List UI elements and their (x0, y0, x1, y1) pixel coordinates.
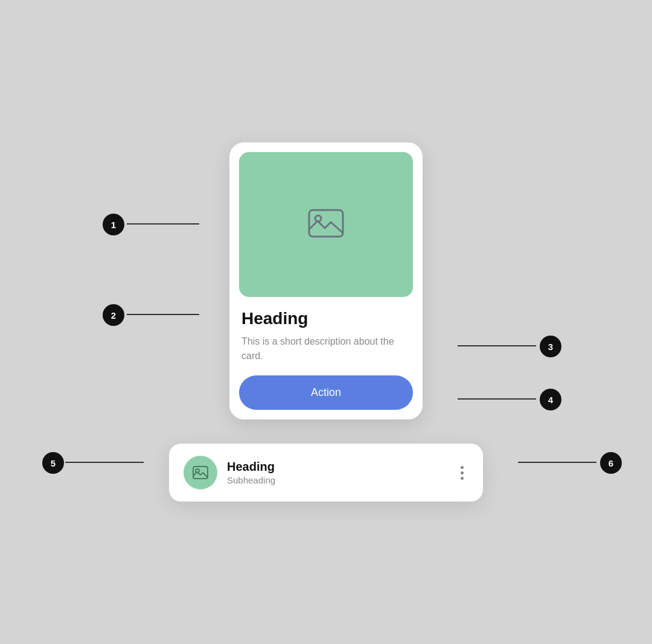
annotation-2: 2 (103, 304, 124, 326)
action-button[interactable]: Action (239, 375, 413, 410)
main-card: Heading This is a short description abou… (229, 142, 423, 419)
annotation-3: 3 (540, 336, 561, 357)
svg-rect-2 (193, 467, 208, 479)
annotation-5: 5 (42, 452, 64, 474)
dot-3 (461, 477, 464, 480)
annotation-4: 4 (540, 389, 561, 410)
card2-wrapper: 5 6 Heading Subheading (169, 444, 483, 502)
dot-2 (461, 471, 464, 474)
more-options-button[interactable] (456, 461, 468, 485)
annotation-line-4 (458, 398, 536, 400)
dot-1 (461, 466, 464, 469)
annotation-1: 1 (103, 214, 124, 235)
list-card-avatar (184, 456, 217, 489)
annotation-line-5 (65, 462, 144, 463)
list-card: Heading Subheading (169, 444, 483, 502)
annotation-line-1 (127, 223, 199, 225)
list-card-text: Heading Subheading (227, 460, 446, 485)
card-heading: Heading (239, 309, 413, 328)
annotation-line-2 (127, 314, 199, 315)
card1-wrapper: 1 2 3 4 Heading This is a short descrip (229, 142, 423, 419)
list-card-subheading: Subheading (227, 475, 446, 485)
image-placeholder-icon (304, 202, 348, 247)
annotation-line-3 (458, 345, 536, 346)
card-image-area (239, 152, 413, 297)
annotation-6: 6 (600, 452, 622, 474)
list-card-heading: Heading (227, 460, 446, 474)
card-description: This is a short description about the ca… (239, 334, 413, 363)
annotation-line-6 (518, 462, 596, 463)
